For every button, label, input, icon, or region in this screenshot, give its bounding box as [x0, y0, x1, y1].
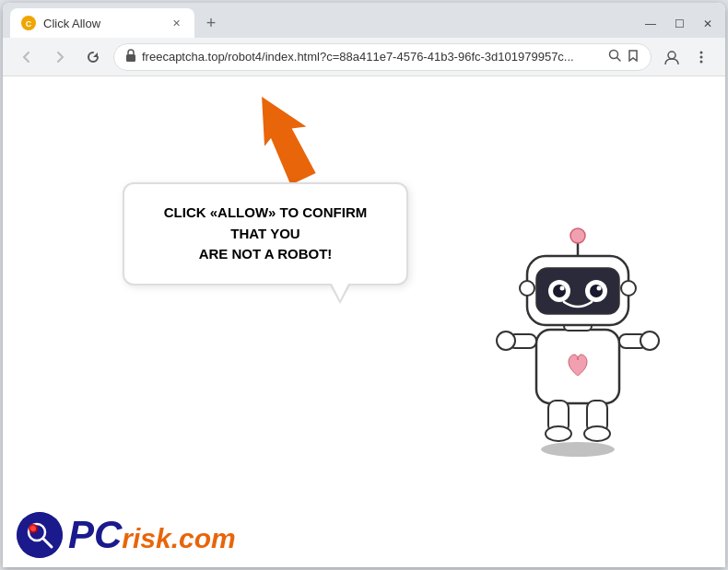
- speech-bubble: CLICK «ALLOW» TO CONFIRM THAT YOU ARE NO…: [123, 182, 408, 285]
- robot-character: [486, 196, 670, 463]
- svg-point-33: [621, 281, 636, 296]
- bookmark-icon[interactable]: [627, 49, 640, 64]
- svg-point-29: [597, 286, 602, 291]
- profile-button[interactable]: [659, 44, 685, 70]
- browser-tab[interactable]: C Click Allow ✕: [10, 8, 194, 38]
- arrow-pointer: [261, 95, 335, 191]
- svg-rect-3: [126, 54, 135, 62]
- navigation-bar: freecaptcha.top/robot4/index.html?c=88a4…: [3, 38, 725, 76]
- forward-button[interactable]: [47, 44, 73, 70]
- lock-icon: [125, 49, 136, 64]
- svg-point-27: [590, 285, 603, 297]
- svg-point-20: [584, 426, 610, 441]
- close-button[interactable]: ✕: [698, 16, 718, 32]
- svg-point-11: [541, 442, 615, 457]
- reload-button[interactable]: [80, 44, 106, 70]
- pcrisk-brand-sub: risk.com: [122, 525, 235, 553]
- tab-favicon: C: [21, 16, 36, 30]
- browser-window: C Click Allow ✕ + — ☐ ✕: [3, 3, 725, 567]
- maximize-button[interactable]: ☐: [669, 16, 690, 32]
- pcrisk-text: PCrisk.com: [68, 516, 236, 554]
- svg-text:C: C: [26, 19, 32, 29]
- new-tab-button[interactable]: +: [198, 10, 224, 36]
- svg-line-5: [617, 58, 621, 62]
- window-controls: — ☐ ✕: [640, 16, 718, 32]
- pcrisk-brand-main: PC: [68, 516, 122, 554]
- svg-point-6: [668, 52, 675, 59]
- bubble-text: CLICK «ALLOW» TO CONFIRM THAT YOU ARE NO…: [147, 203, 383, 265]
- back-button[interactable]: [14, 44, 40, 70]
- address-bar[interactable]: freecaptcha.top/robot4/index.html?c=88a4…: [113, 43, 652, 71]
- page-content: CLICK «ALLOW» TO CONFIRM THAT YOU ARE NO…: [3, 76, 725, 567]
- svg-point-26: [553, 285, 566, 297]
- svg-point-7: [700, 51, 703, 53]
- svg-point-32: [520, 281, 534, 296]
- svg-point-9: [700, 60, 703, 63]
- svg-point-19: [546, 426, 571, 441]
- minimize-button[interactable]: —: [640, 16, 662, 32]
- search-icon[interactable]: [608, 49, 621, 64]
- title-bar: C Click Allow ✕ + — ☐ ✕: [3, 3, 725, 38]
- svg-point-38: [30, 526, 36, 531]
- pcrisk-icon: [17, 512, 63, 558]
- svg-point-34: [17, 512, 63, 558]
- pcrisk-logo: PCrisk.com: [17, 512, 236, 558]
- svg-point-15: [497, 332, 515, 350]
- nav-right-icons: [659, 44, 714, 70]
- svg-point-28: [560, 286, 565, 291]
- svg-marker-10: [261, 95, 325, 187]
- tab-title: Click Allow: [43, 17, 161, 30]
- address-icons: [608, 49, 640, 64]
- svg-point-8: [700, 55, 703, 58]
- svg-marker-2: [93, 52, 98, 57]
- address-text: freecaptcha.top/robot4/index.html?c=88a4…: [142, 50, 603, 64]
- svg-point-31: [570, 228, 585, 243]
- menu-button[interactable]: [688, 44, 714, 70]
- svg-point-16: [640, 332, 659, 350]
- tab-close-button[interactable]: ✕: [169, 16, 183, 30]
